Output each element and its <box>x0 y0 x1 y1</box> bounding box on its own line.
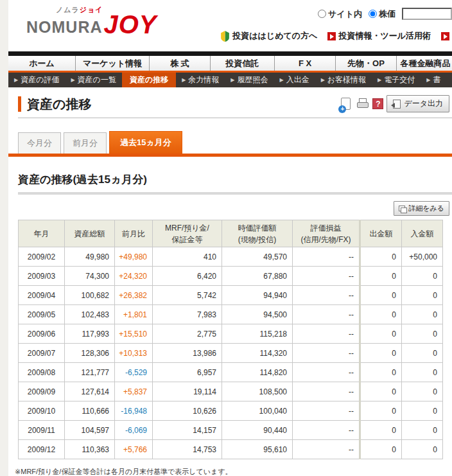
sub-nav-item[interactable]: ▶お客様情報 <box>315 73 372 87</box>
main-nav-item[interactable]: 先物・OP <box>336 56 397 71</box>
main-nav-item[interactable]: 投資信託 <box>211 56 275 71</box>
arrow-icon: ▶ <box>71 77 74 83</box>
value-cell: -- <box>293 440 360 459</box>
stock-scope-radio[interactable] <box>369 10 377 18</box>
sub-nav-item[interactable]: ▶履歴照会 <box>225 73 274 87</box>
value-cell: +15,510 <box>115 324 153 344</box>
main-nav-item[interactable]: ホーム <box>8 56 76 71</box>
value-cell: 0 <box>360 344 402 363</box>
period-tab[interactable]: 前月分 <box>64 132 107 154</box>
column-header: 入金額 <box>402 220 443 247</box>
value-cell: 0 <box>360 382 402 401</box>
table-row: 2009/05102,483+1,8017,98394,500--00 <box>19 305 443 324</box>
value-cell: -- <box>293 305 360 324</box>
value-cell: 2,775 <box>153 324 222 344</box>
radio-site-scope[interactable]: サイト内 <box>318 8 362 20</box>
value-cell: 110,666 <box>65 401 115 421</box>
value-cell: -6,529 <box>115 363 153 382</box>
value-cell: 0 <box>402 324 443 344</box>
open-window-icon[interactable]: + <box>340 97 353 111</box>
value-cell: -- <box>293 247 360 267</box>
value-cell: 0 <box>360 440 402 459</box>
value-cell: 110,363 <box>65 440 115 459</box>
column-header: 評価損益 (信用/先物/FX) <box>293 220 360 247</box>
table-row: 2009/11104,597-6,06914,15790,440--00 <box>19 421 443 440</box>
value-cell: 5,742 <box>153 286 222 305</box>
tools-link[interactable]: 投資情報・ツール活用術 <box>327 30 431 42</box>
value-cell: 0 <box>360 363 402 382</box>
value-cell: 0 <box>402 344 443 363</box>
table-row: 2009/04100,682+26,3825,74294,940--00 <box>19 286 443 305</box>
period-tabs-area: 今月分前月分過去15ヵ月分 <box>8 131 452 157</box>
section-heading: 資産の推移(過去15ヵ月分) <box>18 172 452 187</box>
site-search: サイト内 株価 <box>318 8 452 20</box>
value-cell: 114,320 <box>222 344 293 363</box>
table-row: 2009/12110,363+5,76614,75395,610--00 <box>19 440 443 459</box>
month-cell: 2009/03 <box>19 267 65 286</box>
value-cell: 117,993 <box>65 324 115 344</box>
value-cell: -- <box>293 401 360 421</box>
column-header: 資産総額 <box>65 220 115 247</box>
month-cell: 2009/11 <box>19 421 65 440</box>
details-row: 詳細をみる <box>8 201 452 216</box>
help-icon[interactable]: ? <box>372 98 383 109</box>
value-cell: 115,218 <box>222 324 293 344</box>
month-cell: 2009/06 <box>19 324 65 344</box>
sub-nav-item[interactable]: ▶書 <box>421 73 446 87</box>
value-cell: 0 <box>402 401 443 421</box>
radio-stock-scope[interactable]: 株価 <box>369 8 396 20</box>
value-cell: 7,983 <box>153 305 222 324</box>
value-cell: 0 <box>402 267 443 286</box>
table-row: 2009/0374,300+24,3206,42067,880--00 <box>19 267 443 286</box>
sub-nav-item[interactable]: ▶資産の評価 <box>8 73 65 87</box>
sub-nav-item[interactable]: ▶余力情報 <box>176 73 225 87</box>
sub-nav-item[interactable]: ▶資産の一覧 <box>65 73 121 87</box>
column-header: 時価評価額 (現物/投信) <box>222 220 293 247</box>
period-tab[interactable]: 過去15ヵ月分 <box>109 131 182 154</box>
main-nav-item[interactable]: 各種金融商品 <box>397 56 452 71</box>
column-header: 出金額 <box>360 220 402 247</box>
value-cell: 6,420 <box>153 267 222 286</box>
clipped-link[interactable] <box>441 32 452 40</box>
tab-underline <box>8 154 452 157</box>
value-cell: 114,820 <box>222 363 293 382</box>
value-cell: +1,801 <box>115 305 153 324</box>
sub-nav-item[interactable]: ▶電子交付 <box>372 73 421 87</box>
beginner-link[interactable]: 投資ははじめての方へ <box>220 30 317 42</box>
value-cell: 94,940 <box>222 286 293 305</box>
print-icon[interactable] <box>356 97 369 111</box>
view-details-button[interactable]: 詳細をみる <box>394 201 449 216</box>
value-cell: 49,570 <box>222 247 293 267</box>
month-cell: 2009/10 <box>19 401 65 421</box>
period-tab[interactable]: 今月分 <box>18 132 61 154</box>
search-input[interactable] <box>402 8 452 20</box>
red-arrow-icon <box>441 32 449 40</box>
table-row: 2009/0249,980+49,98041049,570--0+50,000 <box>19 247 443 267</box>
value-cell: 49,980 <box>65 247 115 267</box>
value-cell: 0 <box>402 286 443 305</box>
value-cell: 0 <box>360 267 402 286</box>
table-row: 2009/08121,777-6,5296,957114,820--00 <box>19 363 443 382</box>
value-cell: 0 <box>402 440 443 459</box>
data-export-button[interactable]: データ出力 <box>387 95 449 112</box>
footnote: ※MRF/預り金/保証金等合計は各月の月末付基準で表示しています。 <box>15 466 452 476</box>
table-header-row: 年月資産総額前月比MRF/預り金/ 保証金等時価評価額 (現物/投信)評価損益 … <box>19 220 443 247</box>
site-scope-radio[interactable] <box>318 10 326 18</box>
value-cell: 100,682 <box>65 286 115 305</box>
sub-nav-item[interactable]: ▶入出金 <box>274 73 315 87</box>
table-row: 2009/06117,993+15,5102,775115,218--00 <box>19 324 443 344</box>
export-icon <box>393 100 401 109</box>
main-nav-item[interactable]: 株 式 <box>150 56 211 71</box>
value-cell: +5,837 <box>115 382 153 401</box>
title-toolbar: + ? データ出力 <box>340 95 449 112</box>
header-quick-links: 投資ははじめての方へ 投資情報・ツール活用術 <box>210 30 452 42</box>
value-cell: 14,753 <box>153 440 222 459</box>
red-arrow-icon <box>327 32 336 40</box>
value-cell: 0 <box>402 421 443 440</box>
sub-nav-item[interactable]: 資産の推移 <box>122 73 176 87</box>
footnotes: ※MRF/預り金/保証金等合計は各月の月末付基準で表示しています。※時価評価額・… <box>15 466 452 476</box>
month-cell: 2009/09 <box>19 382 65 401</box>
main-nav-item[interactable]: マーケット情報 <box>76 56 150 71</box>
main-nav-item[interactable]: F X <box>275 56 336 71</box>
nomura-joy-logo[interactable]: ノムラジョイ NOMURA JOY <box>26 6 157 35</box>
